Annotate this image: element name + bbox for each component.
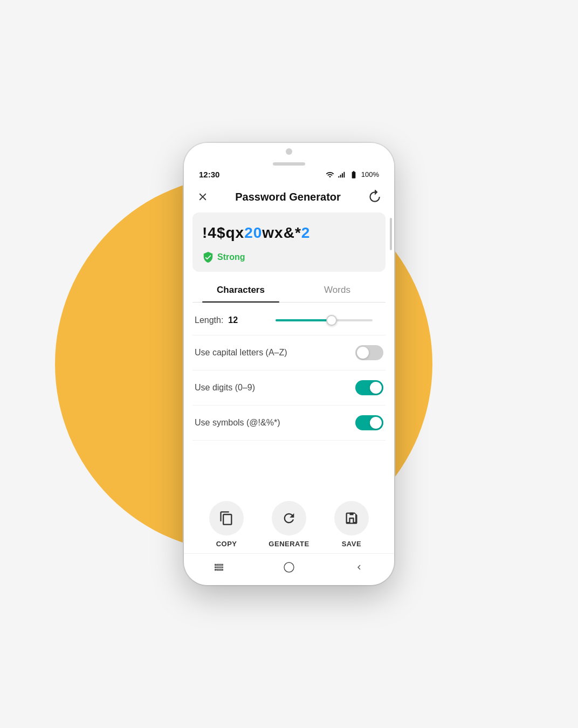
save-label: SAVE	[342, 540, 361, 548]
generate-button-circle	[272, 501, 306, 535]
save-button-circle	[334, 501, 369, 535]
toggle-knob	[370, 417, 382, 429]
nav-back-icon	[354, 562, 364, 572]
strength-badge: Strong	[202, 251, 376, 263]
slider-fill	[276, 319, 332, 321]
generate-icon	[281, 511, 297, 526]
symbols-row: Use symbols (@!&%*)	[192, 406, 386, 441]
status-bar: 12:30 100%	[184, 166, 394, 181]
nav-home-icon	[283, 561, 295, 574]
nav-menu-icon	[213, 561, 225, 573]
generate-label: GENERATE	[269, 540, 309, 548]
password-display: !4$qx20wx&*2 Strong	[192, 212, 386, 272]
nav-menu-button[interactable]	[208, 559, 230, 575]
password-text: !4$qx20wx&*2	[202, 223, 376, 243]
pw-part-1: !4$qx	[202, 224, 244, 241]
app-header: Password Generator	[184, 181, 394, 212]
svg-rect-0	[349, 513, 353, 516]
front-camera	[286, 148, 292, 155]
save-button[interactable]: SAVE	[334, 501, 369, 548]
nav-home-button[interactable]	[278, 559, 300, 575]
generate-button[interactable]: GENERATE	[269, 501, 309, 548]
action-buttons: COPY GENERATE SAVE	[184, 490, 394, 553]
phone-frame: 12:30 100%	[184, 143, 394, 585]
settings-section: Length: 12 Use capital letters (A–Z)	[184, 303, 394, 465]
nav-bar	[184, 553, 394, 585]
length-label: Length: 12	[195, 315, 238, 325]
pw-part-2: 20	[244, 224, 262, 241]
capital-letters-row: Use capital letters (A–Z)	[192, 335, 386, 370]
signal-icon	[338, 170, 346, 179]
length-slider-container[interactable]	[276, 319, 383, 321]
close-button[interactable]	[195, 189, 211, 205]
slider-thumb[interactable]	[326, 315, 337, 326]
digits-toggle[interactable]	[355, 380, 383, 395]
svg-rect-3	[216, 569, 217, 570]
toggle-knob	[370, 382, 382, 394]
pw-part-3: wx&*	[262, 224, 301, 241]
tab-characters[interactable]: Characters	[192, 278, 289, 302]
slider-track[interactable]	[276, 319, 373, 321]
copy-icon	[219, 511, 234, 526]
symbols-toggle[interactable]	[355, 415, 383, 430]
history-button[interactable]	[365, 188, 383, 206]
copy-button-circle	[209, 501, 244, 535]
svg-rect-2	[216, 567, 217, 568]
digits-row: Use digits (0–9)	[192, 370, 386, 406]
status-time: 12:30	[199, 170, 219, 179]
svg-point-4	[284, 562, 294, 572]
symbols-label: Use symbols (@!&%*)	[195, 418, 280, 428]
save-icon	[344, 511, 359, 526]
wifi-icon	[326, 170, 334, 179]
strength-text: Strong	[217, 252, 245, 262]
strength-icon	[202, 251, 214, 263]
phone-camera-area	[184, 143, 394, 166]
bottom-spacer	[184, 465, 394, 490]
app-title: Password Generator	[235, 191, 341, 203]
copy-button[interactable]: COPY	[209, 501, 244, 548]
status-icons: 100%	[326, 170, 379, 179]
nav-back-button[interactable]	[348, 559, 370, 575]
capital-letters-toggle[interactable]	[355, 345, 383, 360]
scroll-indicator	[390, 218, 392, 250]
phone-screen: 12:30 100%	[184, 143, 394, 585]
copy-label: COPY	[216, 540, 237, 548]
battery-icon	[349, 170, 358, 179]
capital-letters-label: Use capital letters (A–Z)	[195, 348, 287, 358]
pw-part-4: 2	[301, 224, 311, 241]
battery-percent: 100%	[361, 170, 379, 178]
tabs-container: Characters Words	[192, 278, 386, 303]
digits-label: Use digits (0–9)	[195, 383, 255, 393]
toggle-knob	[357, 347, 369, 359]
svg-rect-1	[216, 565, 217, 566]
length-setting-row: Length: 12	[192, 306, 386, 335]
tab-words[interactable]: Words	[289, 278, 386, 302]
